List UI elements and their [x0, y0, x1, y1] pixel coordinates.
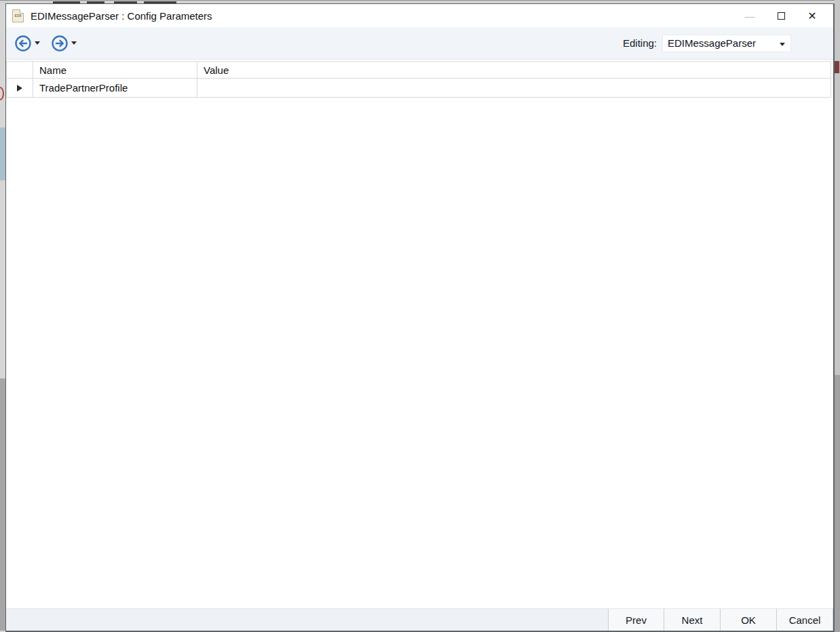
edi-document-icon: EDI [12, 9, 24, 22]
editing-group: Editing: EDIMessageParser [623, 35, 791, 52]
background-scrollbar-remnant [0, 127, 5, 180]
ok-button[interactable]: OK [721, 609, 777, 631]
parameters-grid: Name Value TradePartnerProfile [6, 60, 833, 608]
column-header-name[interactable]: Name [33, 61, 197, 79]
background-window-left-sliver [0, 3, 5, 632]
table-row[interactable]: TradePartnerProfile [6, 79, 831, 98]
row-selector-arrow-icon [17, 85, 22, 92]
background-red-mark [835, 61, 839, 73]
maximize-icon [778, 12, 785, 20]
window-title: EDIMessageParser : Config Parameters [31, 10, 212, 22]
back-dropdown-icon[interactable] [35, 41, 40, 45]
toolbar: Editing: EDIMessageParser [6, 27, 833, 60]
background-window-right-sliver [835, 0, 840, 632]
cancel-button[interactable]: Cancel [777, 609, 833, 631]
close-button[interactable]: ✕ [797, 4, 828, 27]
chevron-down-icon [780, 43, 785, 46]
edi-icon-label: EDI [14, 14, 21, 18]
background-red-glyph [0, 87, 4, 100]
window-controls: — ✕ [734, 4, 833, 27]
maximize-button[interactable] [765, 4, 797, 27]
minimize-icon: — [745, 10, 755, 22]
column-header-selector [6, 61, 33, 79]
forward-dropdown-icon[interactable] [71, 41, 77, 45]
editing-combobox-value: EDIMessageParser [668, 37, 756, 49]
screen: EDI EDIMessageParser : Config Parameters… [0, 0, 840, 632]
param-value-cell[interactable] [197, 79, 831, 98]
minimize-button[interactable]: — [734, 4, 765, 27]
background-panel-remnant [835, 375, 840, 632]
config-parameters-dialog: EDI EDIMessageParser : Config Parameters… [5, 3, 835, 632]
row-selector-cell[interactable] [6, 79, 33, 98]
prev-button[interactable]: Prev [608, 609, 664, 631]
background-panel-remnant [0, 378, 5, 631]
dialog-footer: Prev Next OK Cancel [6, 608, 833, 631]
param-name-cell[interactable]: TradePartnerProfile [33, 79, 197, 98]
forward-icon [51, 35, 69, 52]
grid-header-row: Name Value [6, 61, 831, 79]
back-icon [14, 35, 32, 52]
column-header-value[interactable]: Value [197, 61, 831, 79]
close-icon: ✕ [807, 9, 816, 22]
forward-button[interactable] [50, 33, 70, 54]
editing-label: Editing: [623, 37, 657, 49]
title-bar[interactable]: EDI EDIMessageParser : Config Parameters… [6, 4, 833, 27]
editing-combobox[interactable]: EDIMessageParser [662, 35, 791, 52]
back-button[interactable] [13, 33, 33, 54]
next-button[interactable]: Next [664, 609, 721, 631]
